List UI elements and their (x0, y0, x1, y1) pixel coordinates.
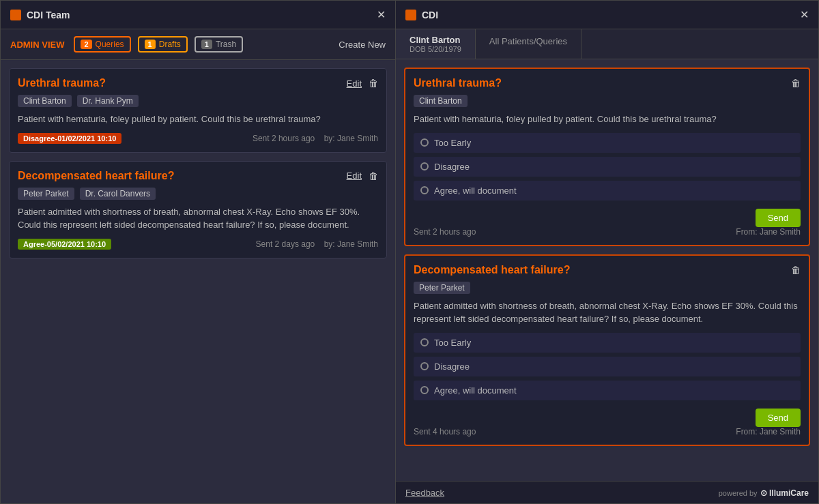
drafts-count: 1 (145, 40, 156, 49)
illumincare-logo: ⊙ IllumiCare (760, 488, 809, 498)
left-query-2-title: Decompensated heart failure? (18, 170, 174, 182)
right-query-2-footer: Sent 4 hours ago From: Jane Smith (414, 427, 801, 436)
left-query-2-footer: Agree-05/02/2021 10:10 Sent 2 days ago b… (18, 239, 378, 250)
radio-label-2: Disagree (434, 162, 470, 172)
left-query-1-sent-time: Sent 2 hours ago (253, 134, 315, 143)
radio-dot-1 (420, 138, 429, 147)
left-query-2-sent-by: by: Jane Smith (324, 239, 378, 249)
left-query-1-footer: Disagree-01/02/2021 10:10 Sent 2 hours a… (18, 133, 378, 144)
trash-count: 1 (201, 40, 212, 49)
radio-dot-4 (420, 338, 429, 346)
cdi-icon-right (405, 10, 416, 20)
right-query-2-tag-patient: Peter Parket (414, 282, 470, 294)
patient-dob: DOB 5/20/1979 (410, 45, 461, 53)
left-query-2-edit-button[interactable]: Edit (347, 171, 362, 181)
left-query-2-tag-doctor: Dr. Carol Danvers (80, 188, 156, 200)
right-close-button[interactable]: ✕ (800, 8, 809, 21)
left-query-1-actions: Edit 🗑 (347, 78, 378, 89)
left-query-2-tags: Peter Parket Dr. Carol Danvers (18, 188, 378, 200)
right-query-1-option-1[interactable]: Too Early (414, 133, 801, 153)
right-query-2-option-3[interactable]: Agree, will document (414, 381, 801, 400)
app-container: CDI Team ✕ ADMIN VIEW 2 Queries 1 Drafts… (0, 0, 819, 504)
radio-label-1: Too Early (434, 138, 471, 148)
right-query-1-tag-patient: Clint Barton (414, 95, 468, 107)
queries-count: 2 (81, 40, 91, 49)
left-queries-list: Urethral trauma? Edit 🗑 Clint Barton Dr.… (1, 60, 395, 503)
create-new-button[interactable]: Create New (339, 40, 386, 50)
left-toolbar: ADMIN VIEW 2 Queries 1 Drafts 1 Trash Cr… (1, 29, 395, 60)
right-query-2-from: From: Jane Smith (736, 427, 801, 436)
patient-tab[interactable]: Clint Barton DOB 5/20/1979 (396, 29, 476, 59)
radio-dot-5 (420, 362, 429, 370)
left-panel-title: CDI Team (10, 10, 70, 20)
left-title-text: CDI Team (27, 10, 70, 20)
right-query-1-option-2[interactable]: Disagree (414, 157, 801, 177)
left-query-1-status: Disagree-01/02/2021 10:10 (18, 133, 121, 144)
right-panel: CDI ✕ Clint Barton DOB 5/20/1979 All Pat… (396, 0, 819, 504)
right-titlebar: CDI ✕ (396, 1, 818, 29)
right-query-2-option-1[interactable]: Too Early (414, 333, 801, 353)
right-query-card-1: Urethral trauma? 🗑 Clint Barton Patient … (404, 68, 810, 246)
left-query-card-1: Urethral trauma? Edit 🗑 Clint Barton Dr.… (9, 68, 387, 153)
right-query-2-option-2[interactable]: Disagree (414, 357, 801, 376)
right-query-2-send-button[interactable]: Send (756, 409, 801, 427)
right-query-1-option-3[interactable]: Agree, will document (414, 181, 801, 201)
right-query-card-2: Decompensated heart failure? 🗑 Peter Par… (404, 254, 810, 446)
right-query-1-sent-time: Sent 2 hours ago (414, 227, 476, 237)
cdi-icon (10, 10, 21, 20)
left-query-2-actions: Edit 🗑 (347, 171, 378, 181)
right-title-text: CDI (422, 10, 438, 20)
powered-by: powered by ⊙ IllumiCare (719, 488, 809, 498)
right-panel-title: CDI (405, 10, 438, 20)
left-query-2-trash-icon[interactable]: 🗑 (369, 171, 378, 181)
left-close-button[interactable]: ✕ (377, 8, 386, 21)
left-query-1-edit-button[interactable]: Edit (347, 78, 362, 89)
patient-name: Clint Barton (410, 35, 461, 45)
feedback-link[interactable]: Feedback (405, 488, 444, 498)
right-bottom-bar: Feedback powered by ⊙ IllumiCare (396, 481, 818, 503)
left-query-2-meta: Sent 2 days ago by: Jane Smith (256, 239, 378, 249)
left-query-2-sent-time: Sent 2 days ago (256, 239, 315, 249)
drafts-tab[interactable]: 1 Drafts (138, 36, 188, 53)
left-query-1-tags: Clint Barton Dr. Hank Pym (18, 95, 378, 107)
right-query-1-from: From: Jane Smith (736, 227, 801, 237)
right-query-2-sent-time: Sent 4 hours ago (414, 427, 476, 436)
radio-label-5: Disagree (434, 361, 470, 372)
radio-dot-6 (420, 386, 429, 394)
left-query-2-header: Decompensated heart failure? Edit 🗑 (18, 170, 378, 182)
left-query-2-body: Patient admitted with shortness of breat… (18, 205, 378, 232)
left-query-1-tag-doctor: Dr. Hank Pym (77, 95, 139, 107)
right-query-1-send-button[interactable]: Send (756, 209, 801, 227)
radio-label-4: Too Early (434, 338, 471, 348)
right-query-2-trash-icon[interactable]: 🗑 (791, 265, 801, 276)
left-query-2-status: Agree-05/02/2021 10:10 (18, 239, 111, 250)
all-patients-tab[interactable]: All Patients/Queries (476, 29, 581, 59)
left-panel: CDI Team ✕ ADMIN VIEW 2 Queries 1 Drafts… (0, 0, 396, 504)
admin-view-label: ADMIN VIEW (10, 40, 64, 50)
right-query-1-header: Urethral trauma? 🗑 (414, 77, 801, 89)
right-query-1-body: Patient with hematuria, foley pulled by … (414, 113, 801, 126)
queries-tab[interactable]: 2 Queries (74, 36, 130, 53)
left-query-1-tag-patient: Clint Barton (18, 95, 72, 107)
trash-tab[interactable]: 1 Trash (195, 36, 243, 53)
radio-dot-2 (420, 162, 429, 171)
radio-label-3: Agree, will document (434, 186, 517, 196)
right-query-2-title: Decompensated heart failure? (414, 264, 570, 276)
right-query-2-body: Patient admitted with shortness of breat… (414, 299, 801, 326)
queries-label: Queries (96, 40, 124, 49)
right-query-2-header: Decompensated heart failure? 🗑 (414, 264, 801, 276)
left-query-1-header: Urethral trauma? Edit 🗑 (18, 77, 378, 89)
right-queries-list: Urethral trauma? 🗑 Clint Barton Patient … (396, 59, 818, 481)
left-query-1-trash-icon[interactable]: 🗑 (369, 78, 378, 89)
drafts-label: Drafts (159, 40, 181, 49)
powered-by-text: powered by (719, 489, 758, 497)
left-query-1-body: Patient with hematuria, foley pulled by … (18, 113, 378, 126)
left-query-1-meta: Sent 2 hours ago by: Jane Smith (253, 134, 378, 143)
left-titlebar: CDI Team ✕ (1, 1, 395, 29)
right-query-1-footer: Sent 2 hours ago From: Jane Smith (414, 227, 801, 237)
left-query-2-tag-patient: Peter Parket (18, 188, 74, 200)
right-query-1-title: Urethral trauma? (414, 77, 502, 89)
left-query-1-title: Urethral trauma? (18, 77, 106, 89)
right-query-2-tags: Peter Parket (414, 282, 801, 294)
right-query-1-trash-icon[interactable]: 🗑 (791, 78, 801, 89)
